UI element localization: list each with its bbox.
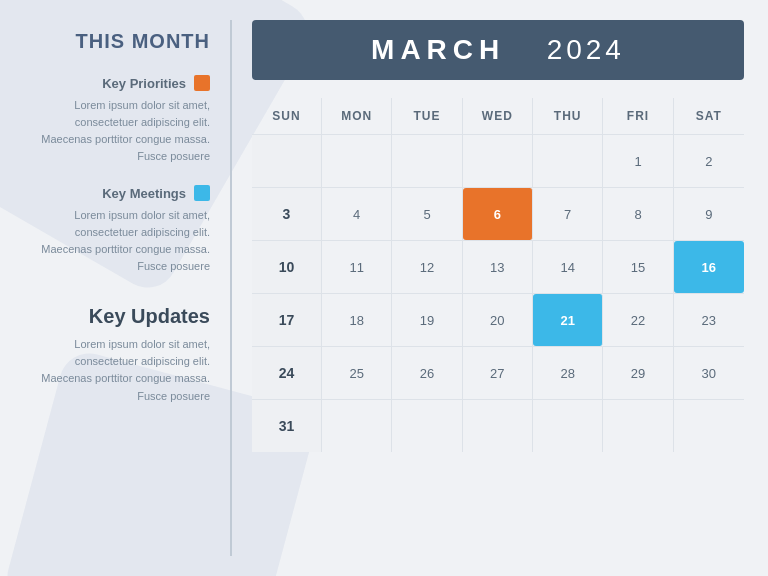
day-5: 5	[392, 188, 462, 240]
priorities-section: Key Priorities Lorem ipsum dolor sit ame…	[30, 75, 210, 165]
day-4: 4	[322, 188, 392, 240]
day-cell	[533, 135, 603, 187]
day-13: 13	[463, 241, 533, 293]
header-fri: FRI	[603, 98, 673, 134]
day-16: 16	[674, 241, 744, 293]
day-30: 30	[674, 347, 744, 399]
week-row-6: 31	[252, 400, 744, 452]
priorities-text: Lorem ipsum dolor sit amet, consectetuer…	[30, 97, 210, 165]
day-28: 28	[533, 347, 603, 399]
week-label-5: 24	[252, 347, 322, 399]
header-mon: MON	[322, 98, 392, 134]
sidebar: THIS MONTH Key Priorities Lorem ipsum do…	[0, 0, 230, 576]
day-19: 19	[392, 294, 462, 346]
day-15: 15	[603, 241, 673, 293]
calendar-grid: SUN MON TUE WED THU FRI SAT 1 2 3	[252, 98, 744, 560]
day-14: 14	[533, 241, 603, 293]
updates-title: Key Updates	[30, 305, 210, 328]
meetings-label: Key Meetings	[102, 186, 186, 201]
day-empty-4	[533, 400, 603, 452]
day-26: 26	[392, 347, 462, 399]
week-label-2: 3	[252, 188, 322, 240]
header-wed: WED	[463, 98, 533, 134]
meetings-section: Key Meetings Lorem ipsum dolor sit amet,…	[30, 185, 210, 275]
week-label-6: 31	[252, 400, 322, 452]
updates-section: Key Updates Lorem ipsum dolor sit amet, …	[30, 295, 210, 404]
day-cell	[392, 135, 462, 187]
day-2: 2	[674, 135, 744, 187]
week-row-5: 24 25 26 27 28 29 30	[252, 347, 744, 400]
day-11: 11	[322, 241, 392, 293]
calendar-title: MARCH 2024	[272, 34, 724, 66]
calendar-month: MARCH	[371, 34, 505, 65]
priorities-color-box	[194, 75, 210, 91]
day-9: 9	[674, 188, 744, 240]
week-row-1: 1 2	[252, 135, 744, 188]
day-18: 18	[322, 294, 392, 346]
day-header-row: SUN MON TUE WED THU FRI SAT	[252, 98, 744, 135]
week-row-2: 3 4 5 6 7 8 9	[252, 188, 744, 241]
priorities-label: Key Priorities	[102, 76, 186, 91]
calendar-header: MARCH 2024	[252, 20, 744, 80]
week-label-1	[252, 135, 322, 187]
header-sat: SAT	[674, 98, 744, 134]
day-1: 1	[603, 135, 673, 187]
updates-text: Lorem ipsum dolor sit amet, consectetuer…	[30, 336, 210, 404]
priorities-label-row: Key Priorities	[30, 75, 210, 91]
day-20: 20	[463, 294, 533, 346]
day-6: 6	[463, 188, 533, 240]
week-row-3: 10 11 12 13 14 15 16	[252, 241, 744, 294]
meetings-text: Lorem ipsum dolor sit amet, consectetuer…	[30, 207, 210, 275]
calendar-section: MARCH 2024 SUN MON TUE WED THU FRI SAT	[232, 0, 768, 576]
day-8: 8	[603, 188, 673, 240]
week-row-4: 17 18 19 20 21 22 23	[252, 294, 744, 347]
day-empty-3	[463, 400, 533, 452]
day-23: 23	[674, 294, 744, 346]
day-empty-6	[674, 400, 744, 452]
day-22: 22	[603, 294, 673, 346]
day-empty-1	[322, 400, 392, 452]
calendar-year: 2024	[547, 34, 625, 65]
week-label-4: 17	[252, 294, 322, 346]
day-27: 27	[463, 347, 533, 399]
week-label-3: 10	[252, 241, 322, 293]
header-thu: THU	[533, 98, 603, 134]
header-sun: SUN	[252, 98, 322, 134]
sidebar-title: THIS MONTH	[30, 30, 210, 53]
day-12: 12	[392, 241, 462, 293]
day-empty-2	[392, 400, 462, 452]
day-cell	[463, 135, 533, 187]
meetings-label-row: Key Meetings	[30, 185, 210, 201]
day-empty-5	[603, 400, 673, 452]
day-7: 7	[533, 188, 603, 240]
day-cell	[322, 135, 392, 187]
day-25: 25	[322, 347, 392, 399]
day-29: 29	[603, 347, 673, 399]
day-21: 21	[533, 294, 603, 346]
page-wrapper: THIS MONTH Key Priorities Lorem ipsum do…	[0, 0, 768, 576]
meetings-color-box	[194, 185, 210, 201]
header-tue: TUE	[392, 98, 462, 134]
